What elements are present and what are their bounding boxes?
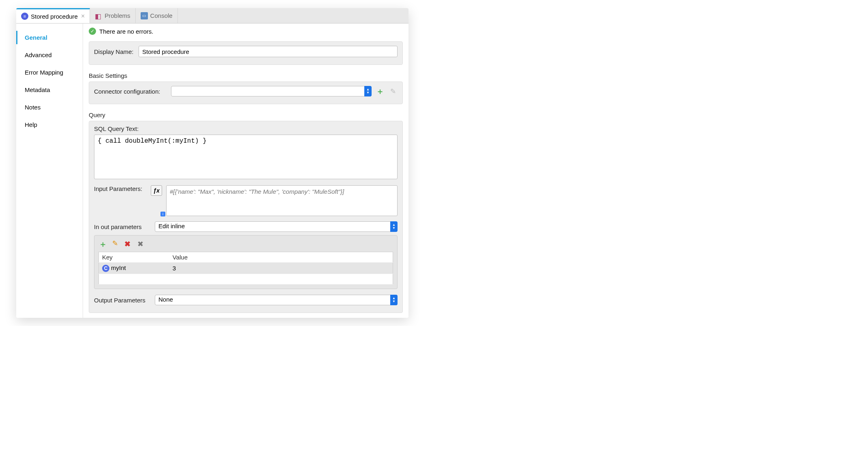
tabs-bar: ≡ Stored procedure × Problems ▭ Console <box>16 8 408 24</box>
in-out-params-panel: ＋ ✖ ✖ Key Value <box>94 235 398 289</box>
connector-config-label: Connector configuration: <box>94 88 167 95</box>
display-name-label: Display Name: <box>94 48 135 55</box>
info-icon: i <box>160 212 165 216</box>
sidebar-item-notes[interactable]: Notes <box>16 101 83 114</box>
chevron-up-down-icon: ▲▼ <box>364 86 372 96</box>
sidebar-item-metadata[interactable]: Metadata <box>16 83 83 96</box>
output-params-select[interactable]: None <box>155 295 398 305</box>
edit-param-button[interactable] <box>111 240 119 247</box>
sidebar-item-advanced[interactable]: Advanced <box>16 48 83 62</box>
table-row[interactable] <box>99 274 393 285</box>
table-header-key: Key <box>99 252 169 263</box>
problems-icon <box>95 12 102 19</box>
in-out-params-select[interactable]: Edit inline <box>155 221 398 232</box>
fx-button[interactable]: ƒx <box>151 185 162 196</box>
tab-console[interactable]: ▭ Console <box>136 8 178 23</box>
chevron-up-down-icon: ▲▼ <box>390 295 398 305</box>
output-params-label: Output Parameters <box>94 297 151 304</box>
basic-settings-title: Basic Settings <box>89 72 403 79</box>
params-table: Key Value CmyInt 3 <box>98 252 393 285</box>
connector-config-select[interactable] <box>171 86 372 96</box>
status-text: There are no errors. <box>99 28 153 35</box>
close-icon[interactable]: × <box>81 13 85 20</box>
tab-stored-procedure[interactable]: ≡ Stored procedure × <box>16 8 90 23</box>
sidebar-item-general[interactable]: General <box>16 31 83 44</box>
table-row[interactable]: CmyInt 3 <box>99 263 393 274</box>
console-icon: ▭ <box>141 12 148 19</box>
input-params-label: Input Parameters: <box>94 185 147 192</box>
db-icon: ≡ <box>21 13 28 20</box>
delete-param-button[interactable]: ✖ <box>123 240 132 248</box>
tab-label: Console <box>150 12 173 19</box>
in-out-params-label: In out parameters <box>94 223 151 230</box>
param-type-icon: C <box>102 265 109 272</box>
sidebar: General Advanced Error Mapping Metadata … <box>16 24 83 318</box>
content: ✓ There are no errors. Display Name: Bas… <box>83 24 408 318</box>
sidebar-item-error-mapping[interactable]: Error Mapping <box>16 66 83 79</box>
input-params-textarea[interactable] <box>166 185 398 216</box>
clear-params-button[interactable]: ✖ <box>136 240 145 248</box>
add-config-button[interactable]: ＋ <box>376 87 385 96</box>
check-icon: ✓ <box>89 28 96 35</box>
edit-config-button[interactable]: ✎ <box>389 87 398 96</box>
tab-label: Problems <box>105 12 130 19</box>
status-row: ✓ There are no errors. <box>83 24 408 39</box>
sql-query-textarea[interactable] <box>94 135 398 179</box>
sql-query-label: SQL Query Text: <box>94 125 398 132</box>
param-key: myInt <box>111 264 126 271</box>
query-title: Query <box>89 111 403 118</box>
table-header-value: Value <box>169 252 393 263</box>
add-param-button[interactable]: ＋ <box>98 240 107 248</box>
display-name-input[interactable] <box>139 46 398 57</box>
sidebar-item-help[interactable]: Help <box>16 118 83 131</box>
tab-label: Stored procedure <box>31 13 78 20</box>
param-value: 3 <box>169 263 393 274</box>
tab-problems[interactable]: Problems <box>90 8 135 23</box>
chevron-up-down-icon: ▲▼ <box>390 221 398 232</box>
